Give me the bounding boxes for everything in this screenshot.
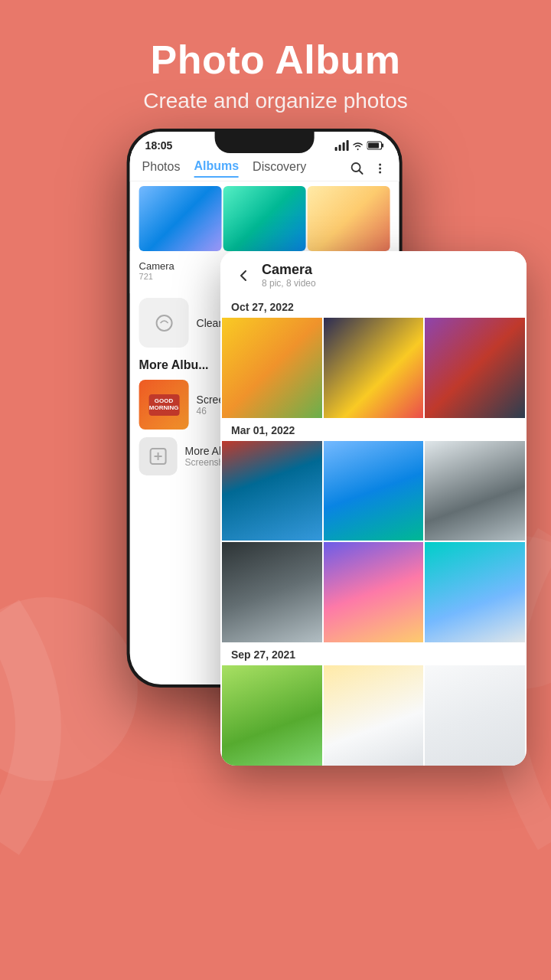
search-icon[interactable] xyxy=(350,162,364,175)
date-label-sep: Sep 27, 2021 xyxy=(220,642,527,665)
hero-title: Photo Album xyxy=(0,37,551,83)
photo-mar-5[interactable] xyxy=(324,542,424,642)
tab-photos[interactable]: Photos xyxy=(142,160,181,177)
card-title: Camera xyxy=(262,262,514,278)
tab-albums[interactable]: Albums xyxy=(194,159,239,178)
photo-oct-3[interactable] xyxy=(425,318,525,418)
phone-notch xyxy=(215,132,315,153)
photo-grid-oct xyxy=(220,318,527,418)
status-icons xyxy=(335,140,384,151)
top-photo-2[interactable] xyxy=(223,186,306,251)
clean-icon xyxy=(139,298,189,348)
photo-mar-3[interactable] xyxy=(425,441,525,541)
app-nav: Photos Albums Discovery xyxy=(130,155,399,181)
more-album-icon xyxy=(139,437,178,475)
tab-discovery[interactable]: Discovery xyxy=(253,160,306,177)
hero-subtitle: Create and organize photos xyxy=(0,89,551,113)
top-photo-3[interactable] xyxy=(308,186,390,251)
photo-oct-2[interactable] xyxy=(324,318,424,418)
svg-point-7 xyxy=(379,164,381,166)
hero-section: Photo Album Create and organize photos xyxy=(0,0,551,113)
photo-sep-2[interactable] xyxy=(324,665,424,766)
svg-point-8 xyxy=(379,168,381,170)
photo-grid-mar xyxy=(220,441,527,642)
svg-point-10 xyxy=(156,315,171,331)
back-button[interactable] xyxy=(233,265,254,286)
battery-icon xyxy=(367,141,384,150)
photo-mar-1[interactable] xyxy=(222,441,322,541)
screenshot-thumb: GOODMORNING xyxy=(139,380,189,430)
date-label-mar: Mar 01, 2022 xyxy=(220,418,527,441)
svg-line-6 xyxy=(359,171,363,175)
svg-rect-3 xyxy=(382,144,383,148)
top-photo-row xyxy=(130,186,399,251)
top-photo-1[interactable] xyxy=(139,186,222,251)
camera-album-label: Camera xyxy=(139,260,174,272)
more-icon[interactable] xyxy=(373,162,387,175)
camera-album-count: 721 xyxy=(139,272,153,281)
photo-mar-2[interactable] xyxy=(324,441,424,541)
photo-sep-1[interactable] xyxy=(222,665,322,766)
photo-grid-sep xyxy=(220,665,527,766)
photo-sep-3[interactable] xyxy=(425,665,525,766)
card-header: Camera 8 pic, 8 video xyxy=(220,251,527,295)
camera-detail-card: Camera 8 pic, 8 video Oct 27, 2022 Mar 0… xyxy=(220,251,527,766)
card-title-block: Camera 8 pic, 8 video xyxy=(262,262,514,289)
svg-rect-4 xyxy=(368,143,379,149)
nav-icons xyxy=(350,162,387,175)
photo-mar-6[interactable] xyxy=(425,542,525,642)
wifi-icon xyxy=(352,140,364,151)
phone-scene: 18:05 xyxy=(0,129,551,933)
card-subtitle: 8 pic, 8 video xyxy=(262,278,514,289)
status-time: 18:05 xyxy=(145,139,173,152)
date-label-oct: Oct 27, 2022 xyxy=(220,295,527,318)
svg-point-9 xyxy=(379,172,381,174)
photo-oct-1[interactable] xyxy=(222,318,322,418)
photo-mar-4[interactable] xyxy=(222,542,322,642)
signal-icon xyxy=(335,140,349,151)
